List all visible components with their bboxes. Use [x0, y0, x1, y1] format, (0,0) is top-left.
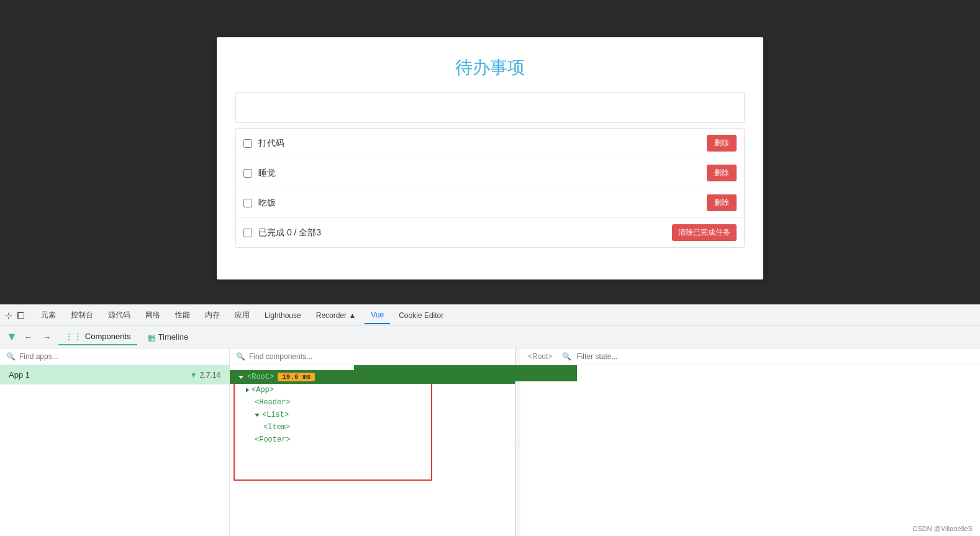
apps-search[interactable]: 🔍 [0, 348, 229, 365]
todo-footer-checkbox[interactable] [243, 229, 252, 237]
apps-search-input[interactable] [19, 352, 223, 361]
todo-input[interactable] [242, 100, 738, 115]
components-search-input[interactable] [249, 352, 509, 361]
delete-button-1[interactable]: 删除 [707, 135, 737, 152]
search-icon-state: 🔍 [562, 352, 571, 361]
vue-toolbar: ▼ ← → ⋮⋮ Components ▦ Timeline [0, 326, 980, 348]
vue-v-icon: ▼ [190, 371, 197, 379]
delete-button-3[interactable]: 删除 [707, 194, 737, 211]
todo-list: 打代码 删除 睡觉 删除 吃饭 删除 已完成 0 / 全部3 清除已完成任务 [235, 128, 745, 248]
search-icon-components: 🔍 [236, 352, 245, 361]
preview-area: 待办事项 打代码 删除 睡觉 删除 吃饭 删除 [0, 0, 980, 304]
state-header: <Root> 🔍 [520, 348, 980, 365]
timeline-tab-label: Timeline [158, 332, 189, 342]
todo-text-1: 打代码 [258, 138, 707, 149]
tree-node-app[interactable]: <App> [230, 384, 515, 396]
tree-node-root[interactable]: <Root> 19.6 ms [230, 370, 515, 384]
todo-checkbox-2[interactable] [243, 169, 252, 178]
delete-button-2[interactable]: 删除 [707, 165, 737, 181]
expand-icon-app [246, 388, 249, 393]
tab-timeline[interactable]: ▦ Timeline [141, 330, 195, 345]
tree-node-header[interactable]: <Header> [230, 396, 515, 409]
todo-text-3: 吃饭 [258, 198, 707, 209]
tab-vue[interactable]: Vue [365, 307, 390, 324]
vue-panel: ▼ ← → ⋮⋮ Components ▦ Timeline 🔍 App 1 ▼… [0, 325, 980, 536]
todo-item: 睡觉 删除 [236, 158, 744, 188]
tab-components[interactable]: ⋮⋮ Components [58, 329, 137, 345]
footer-credit: CSDN @VillanelleS [912, 525, 973, 532]
tab-sources[interactable]: 源代码 [102, 306, 137, 324]
tab-memory[interactable]: 内存 [199, 306, 226, 324]
components-tab-label: Components [85, 332, 131, 341]
root-tag: <Root> [247, 373, 274, 381]
header-tag: <Header> [255, 398, 291, 407]
tab-console[interactable]: 控制台 [65, 306, 99, 324]
app-version: ▼ 2.7.14 [190, 371, 220, 379]
todo-item: 吃饭 删除 [236, 188, 744, 218]
components-search[interactable]: 🔍 [230, 348, 515, 365]
app-title: 待办事项 [235, 50, 745, 92]
item-tag: <Item> [263, 423, 290, 432]
tab-elements[interactable]: 元素 [35, 306, 62, 324]
devtools-tabbar: ⊹ ⧠ 元素 控制台 源代码 网络 性能 内存 应用 Lighthouse Re… [0, 304, 980, 325]
tree-node-footer[interactable]: <Footer> [230, 434, 515, 446]
tree-node-list[interactable]: <List> [230, 409, 515, 421]
tab-application[interactable]: 应用 [229, 306, 256, 324]
timeline-icon: ▦ [147, 332, 155, 342]
app-list-item[interactable]: App 1 ▼ 2.7.14 [0, 365, 229, 384]
apps-pane: 🔍 App 1 ▼ 2.7.14 [0, 348, 230, 536]
state-root-tag: <Root> [528, 352, 552, 361]
components-pane: 🔍 <Root> 19.6 ms <App> [230, 348, 515, 536]
todo-input-container[interactable] [235, 92, 745, 123]
state-filter-input[interactable] [576, 352, 973, 361]
todo-status: 已完成 0 / 全部3 [258, 227, 672, 238]
cursor-icon[interactable]: ⊹ [5, 311, 12, 320]
forward-button[interactable]: → [40, 330, 55, 345]
vue-logo: ▼ [6, 330, 17, 343]
clear-completed-button[interactable]: 清除已完成任务 [672, 224, 737, 241]
todo-footer: 已完成 0 / 全部3 清除已完成任务 [236, 218, 744, 247]
app-tag: <App> [252, 386, 274, 394]
tab-network[interactable]: 网络 [139, 306, 166, 324]
mobile-icon[interactable]: ⧠ [16, 311, 25, 320]
back-button[interactable]: ← [21, 330, 36, 345]
tab-recorder[interactable]: Recorder ▲ [310, 307, 363, 324]
devtools-icons: ⊹ ⧠ [5, 311, 25, 320]
components-icon: ⋮⋮ [65, 332, 82, 342]
timing-badge: 19.6 ms [278, 373, 315, 381]
todo-text-2: 睡觉 [258, 168, 707, 179]
tab-performance[interactable]: 性能 [169, 306, 196, 324]
version-number: 2.7.14 [200, 371, 220, 379]
todo-checkbox-3[interactable] [243, 199, 252, 207]
todo-item: 打代码 删除 [236, 129, 744, 158]
footer-tag: <Footer> [255, 435, 291, 444]
todo-checkbox-1[interactable] [243, 139, 252, 148]
expand-icon-list [255, 414, 260, 417]
app-window: 待办事项 打代码 删除 睡觉 删除 吃饭 删除 [217, 37, 763, 279]
state-pane: <Root> 🔍 [520, 348, 980, 536]
component-tree: <Root> 19.6 ms <App> <Header> <List> [230, 365, 515, 536]
tab-lighthouse[interactable]: Lighthouse [258, 307, 307, 324]
vue-main: 🔍 App 1 ▼ 2.7.14 🔍 [0, 348, 980, 536]
tab-cookie-editor[interactable]: Cookie Editor [392, 307, 450, 324]
search-icon-apps: 🔍 [6, 352, 16, 361]
tree-node-item[interactable]: <Item> [230, 421, 515, 434]
app-name: App 1 [9, 370, 30, 379]
expand-icon-root [238, 376, 243, 379]
list-tag: <List> [262, 411, 289, 419]
